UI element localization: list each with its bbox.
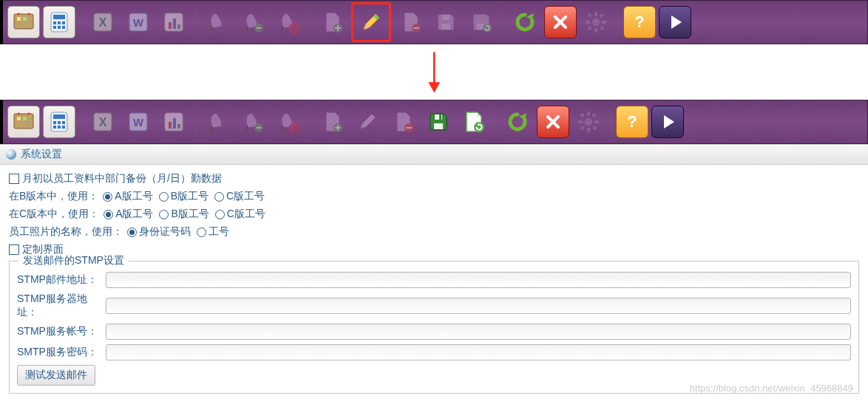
svg-point-4 <box>28 13 30 16</box>
backup-checkbox[interactable] <box>9 174 19 184</box>
smtp-fieldset: 发送邮件的STMP设置 STMP邮件地址： STMP服务器地址： STMP服务帐… <box>9 261 859 394</box>
pencil-icon[interactable] <box>351 106 384 138</box>
test-email-button[interactable]: 测试发送邮件 <box>17 365 95 386</box>
svg-rect-85 <box>594 120 599 123</box>
row-c-version: 在C版本中，使用： A版工号 B版工号 C版工号 <box>9 208 859 221</box>
bell-icon[interactable] <box>201 6 234 38</box>
smtp-account-input[interactable] <box>106 324 851 340</box>
section-dot-icon <box>6 149 16 160</box>
smtp-addr-input[interactable] <box>106 272 851 288</box>
bell-minus-icon[interactable] <box>237 106 269 138</box>
radio-photo-num[interactable] <box>197 228 206 237</box>
radio-b-a[interactable] <box>103 192 112 202</box>
svg-point-81 <box>585 118 592 126</box>
close-icon[interactable] <box>537 106 569 138</box>
calc-icon[interactable] <box>43 106 75 138</box>
svg-rect-48 <box>23 117 27 120</box>
arrow-indicator <box>0 44 868 100</box>
svg-rect-31 <box>441 24 450 30</box>
svg-rect-25 <box>281 27 284 31</box>
svg-rect-82 <box>587 112 590 116</box>
svg-text:W: W <box>133 16 144 29</box>
svg-rect-20 <box>177 24 180 29</box>
section-title: 系统设置 <box>21 148 62 161</box>
svg-rect-79 <box>439 114 441 120</box>
toolbar-before: X W ? <box>0 0 868 44</box>
svg-rect-1 <box>17 17 21 21</box>
svg-text:X: X <box>99 116 107 129</box>
close-icon[interactable] <box>544 6 577 38</box>
svg-text:X: X <box>99 16 107 29</box>
custom-ui-checkbox[interactable] <box>9 244 19 255</box>
radio-b-c[interactable] <box>214 192 224 202</box>
chart-icon[interactable] <box>157 6 190 38</box>
svg-rect-0 <box>14 14 33 29</box>
help-icon[interactable]: ? <box>623 6 656 38</box>
svg-rect-36 <box>594 12 597 16</box>
svg-rect-30 <box>413 27 419 29</box>
gear-icon[interactable] <box>580 6 612 38</box>
bell-icon[interactable] <box>201 106 234 138</box>
board-icon[interactable] <box>7 6 40 38</box>
smtp-password-input[interactable] <box>106 344 851 360</box>
play-icon[interactable] <box>651 106 684 138</box>
play-icon[interactable] <box>659 6 691 38</box>
toolbar-after: X W ? <box>0 100 868 144</box>
svg-rect-24 <box>257 27 261 29</box>
save-refresh-icon[interactable] <box>458 106 490 138</box>
excel-icon[interactable]: X <box>87 106 119 138</box>
svg-rect-32 <box>442 15 450 20</box>
save-icon[interactable] <box>430 6 462 38</box>
calc-icon[interactable] <box>43 6 75 38</box>
bell-minus-icon[interactable] <box>237 6 269 38</box>
svg-rect-38 <box>586 21 590 24</box>
doc-add-icon[interactable] <box>316 6 348 38</box>
gear-icon[interactable] <box>572 106 605 138</box>
excel-icon[interactable]: X <box>87 6 119 38</box>
svg-rect-71 <box>281 126 284 131</box>
word-icon[interactable]: W <box>122 106 155 138</box>
svg-rect-10 <box>53 26 56 29</box>
refresh-icon[interactable] <box>501 106 534 138</box>
row-b-version: 在B版本中，使用： A版工号 B版工号 C版工号 <box>9 190 859 203</box>
radio-c-c[interactable] <box>215 210 225 219</box>
word-icon[interactable]: W <box>122 6 155 38</box>
svg-rect-7 <box>53 21 56 24</box>
svg-rect-19 <box>173 18 176 29</box>
svg-rect-55 <box>62 121 65 124</box>
pencil-icon[interactable] <box>355 6 387 38</box>
row-photo-name: 员工照片的名称，使用： 身份证号码 工号 <box>9 225 859 239</box>
refresh-icon[interactable] <box>509 6 541 38</box>
help-icon[interactable]: ? <box>616 106 648 138</box>
radio-b-b[interactable] <box>159 192 169 202</box>
bell-block-icon[interactable] <box>272 6 305 38</box>
radio-photo-id[interactable] <box>127 228 137 237</box>
chart-icon[interactable] <box>157 106 190 138</box>
svg-rect-84 <box>578 120 583 123</box>
svg-text:W: W <box>133 116 144 129</box>
svg-rect-9 <box>62 21 65 24</box>
doc-add-icon[interactable] <box>316 106 348 138</box>
pencil-highlight <box>351 2 391 42</box>
save-icon[interactable] <box>422 106 455 138</box>
doc-delete-icon[interactable] <box>394 6 427 38</box>
svg-rect-87 <box>592 126 597 130</box>
svg-rect-88 <box>591 113 596 117</box>
svg-rect-41 <box>600 26 604 30</box>
backup-checkbox-label: 月初以员工资料中部门备份（月/日）勤数据 <box>22 172 222 185</box>
svg-rect-37 <box>594 28 597 33</box>
radio-c-b[interactable] <box>159 210 169 219</box>
svg-rect-70 <box>257 127 261 129</box>
svg-rect-8 <box>58 21 61 24</box>
smtp-server-input[interactable] <box>106 298 851 314</box>
doc-delete-icon[interactable] <box>387 106 419 138</box>
radio-c-a[interactable] <box>104 210 113 219</box>
save-refresh-icon[interactable] <box>465 6 498 38</box>
svg-rect-52 <box>53 114 65 119</box>
bell-block-icon[interactable] <box>272 106 305 138</box>
svg-rect-64 <box>169 122 172 129</box>
svg-point-35 <box>592 18 600 26</box>
svg-rect-18 <box>169 22 172 29</box>
svg-rect-89 <box>580 126 584 130</box>
board-icon[interactable] <box>7 106 40 138</box>
